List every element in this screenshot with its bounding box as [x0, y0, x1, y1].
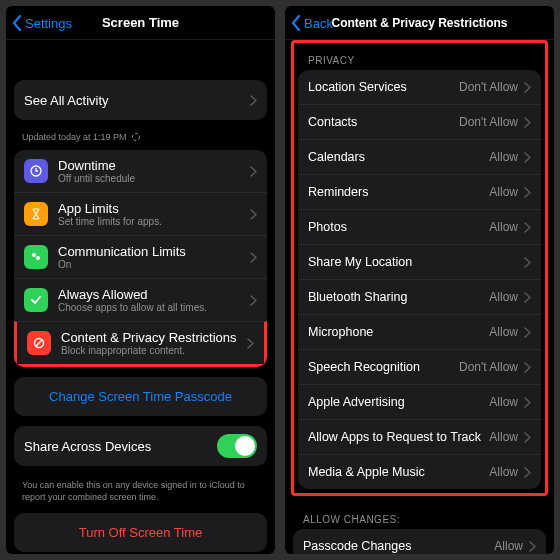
chevron-right-icon	[524, 467, 531, 478]
chevron-left-icon	[12, 15, 22, 31]
communication-limits-row[interactable]: Communication LimitsOn	[14, 235, 267, 278]
app-limits-row[interactable]: App LimitsSet time limits for apps.	[14, 192, 267, 235]
row-value: Allow	[489, 395, 518, 409]
row-value: Don't Allow	[459, 115, 518, 129]
chevron-right-icon	[524, 257, 531, 268]
section-header-privacy: Privacy	[296, 45, 543, 70]
chevron-right-icon	[524, 117, 531, 128]
row-value: Don't Allow	[459, 360, 518, 374]
toggle-on[interactable]	[217, 434, 257, 458]
row-value: Allow	[489, 150, 518, 164]
row-title: Calendars	[308, 150, 483, 164]
share-group: Share Across Devices	[14, 426, 267, 466]
row-title: Content & Privacy Restrictions	[61, 330, 241, 345]
privacy-row[interactable]: Media & Apple MusicAllow	[298, 454, 541, 489]
see-all-activity-row[interactable]: See All Activity	[14, 80, 267, 120]
screen-time-phone: Settings Screen Time See All Activity Up…	[6, 6, 275, 554]
privacy-row[interactable]: Location ServicesDon't Allow	[298, 70, 541, 104]
row-sub: Set time limits for apps.	[58, 216, 244, 227]
chevron-right-icon	[524, 362, 531, 373]
row-title: Location Services	[308, 80, 453, 94]
svg-point-3	[36, 256, 40, 260]
row-title: App Limits	[58, 201, 244, 216]
page-title: Content & Privacy Restrictions	[331, 16, 507, 30]
row-title: Bluetooth Sharing	[308, 290, 483, 304]
row-value: Allow	[489, 325, 518, 339]
chevron-right-icon	[524, 292, 531, 303]
privacy-row[interactable]: Share My Location	[298, 244, 541, 279]
row-title: Communication Limits	[58, 244, 244, 259]
turn-off-button[interactable]: Turn Off Screen Time	[14, 513, 267, 552]
privacy-highlight: Privacy Location ServicesDon't AllowCont…	[291, 40, 548, 496]
row-value: Allow	[489, 465, 518, 479]
privacy-row[interactable]: PhotosAllow	[298, 209, 541, 244]
chevron-right-icon	[250, 95, 257, 106]
back-button[interactable]: Settings	[12, 6, 72, 40]
row-title: Passcode Changes	[303, 539, 488, 553]
chevron-right-icon	[524, 82, 531, 93]
chevron-left-icon	[291, 15, 301, 31]
chevron-right-icon	[524, 397, 531, 408]
passcode-group: Change Screen Time Passcode	[14, 377, 267, 416]
chevron-right-icon	[524, 187, 531, 198]
row-title: Contacts	[308, 115, 453, 129]
svg-point-2	[32, 253, 36, 257]
navbar: Back Content & Privacy Restrictions	[285, 6, 554, 40]
row-value: Don't Allow	[459, 80, 518, 94]
back-button[interactable]: Back	[291, 6, 333, 40]
row-title: Speech Recognition	[308, 360, 453, 374]
privacy-row[interactable]: Apple AdvertisingAllow	[298, 384, 541, 419]
chevron-right-icon	[524, 327, 531, 338]
share-across-devices-row[interactable]: Share Across Devices	[14, 426, 267, 466]
privacy-row[interactable]: MicrophoneAllow	[298, 314, 541, 349]
row-title: Always Allowed	[58, 287, 244, 302]
always-allowed-row[interactable]: Always AllowedChoose apps to allow at al…	[14, 278, 267, 321]
chevron-right-icon	[250, 295, 257, 306]
row-title: Microphone	[308, 325, 483, 339]
chevron-right-icon	[524, 432, 531, 443]
chevron-right-icon	[524, 152, 531, 163]
privacy-row[interactable]: RemindersAllow	[298, 174, 541, 209]
privacy-row[interactable]: Speech RecognitionDon't Allow	[298, 349, 541, 384]
privacy-row[interactable]: CalendarsAllow	[298, 139, 541, 174]
communication-icon	[24, 245, 48, 269]
row-title: Media & Apple Music	[308, 465, 483, 479]
changes-row[interactable]: Passcode ChangesAllow	[293, 529, 546, 554]
content-privacy-row[interactable]: Content & Privacy RestrictionsBlock inap…	[14, 321, 267, 367]
back-label: Settings	[25, 16, 72, 31]
turnoff-group: Turn Off Screen Time	[14, 513, 267, 552]
changes-group: Passcode ChangesAllowAccount ChangesAllo…	[293, 529, 546, 554]
privacy-group: Location ServicesDon't AllowContactsDon'…	[298, 70, 541, 489]
restrict-icon	[27, 331, 51, 355]
privacy-row[interactable]: Allow Apps to Request to TrackAllow	[298, 419, 541, 454]
activity-group: See All Activity	[14, 80, 267, 120]
section-header-changes: Allow Changes:	[285, 504, 554, 529]
spinner-icon	[131, 132, 141, 142]
row-title: See All Activity	[24, 93, 244, 108]
privacy-row[interactable]: Bluetooth SharingAllow	[298, 279, 541, 314]
row-value: Allow	[489, 290, 518, 304]
back-label: Back	[304, 16, 333, 31]
row-value: Allow	[489, 430, 518, 444]
content: See All Activity Updated today at 1:19 P…	[6, 40, 275, 554]
row-title: Allow Apps to Request to Track	[308, 430, 483, 444]
svg-point-0	[132, 134, 139, 141]
row-value: Allow	[489, 220, 518, 234]
row-title: Photos	[308, 220, 483, 234]
row-value: Allow	[489, 185, 518, 199]
chevron-right-icon	[524, 222, 531, 233]
row-sub: Choose apps to allow at all times.	[58, 302, 244, 313]
row-title: Share My Location	[308, 255, 518, 269]
downtime-row[interactable]: DowntimeOff until schedule	[14, 150, 267, 192]
privacy-row[interactable]: ContactsDon't Allow	[298, 104, 541, 139]
row-title: Reminders	[308, 185, 483, 199]
row-title: Downtime	[58, 158, 244, 173]
page-title: Screen Time	[102, 15, 179, 30]
row-title: Share Across Devices	[24, 439, 217, 454]
navbar: Settings Screen Time	[6, 6, 275, 40]
chevron-right-icon	[250, 166, 257, 177]
downtime-icon	[24, 159, 48, 183]
change-passcode-button[interactable]: Change Screen Time Passcode	[14, 377, 267, 416]
content-privacy-phone: Back Content & Privacy Restrictions Priv…	[285, 6, 554, 554]
chevron-right-icon	[250, 252, 257, 263]
